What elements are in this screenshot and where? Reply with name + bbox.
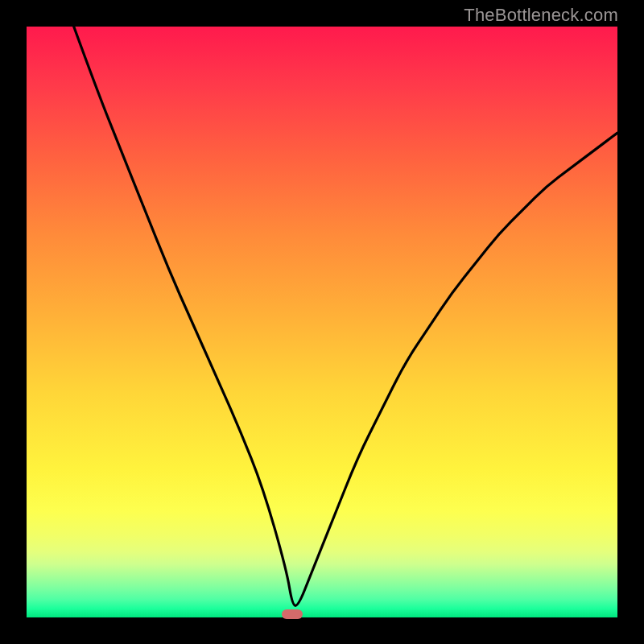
bottleneck-curve (27, 27, 617, 617)
watermark-text: TheBottleneck.com (464, 5, 618, 26)
chart-frame: TheBottleneck.com (0, 0, 644, 644)
plot-area (27, 27, 617, 617)
min-marker (282, 609, 303, 619)
